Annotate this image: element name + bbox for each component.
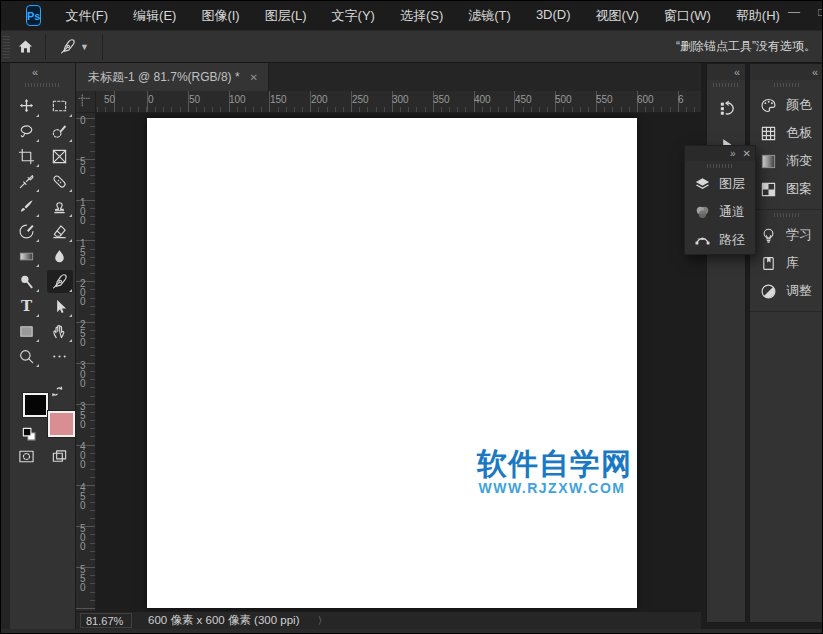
foreground-color-swatch[interactable] <box>23 393 48 417</box>
document-tab-bar: 未标题-1 @ 81.7%(RGB/8) * ✕ <box>76 63 701 91</box>
panel-tab[interactable]: 颜色 <box>750 91 823 119</box>
close-panel-icon[interactable]: ✕ <box>743 148 751 159</box>
tool-button[interactable] <box>14 95 40 118</box>
ruler-origin-corner[interactable] <box>76 91 96 113</box>
collapse-panels-button[interactable]: « <box>812 66 818 78</box>
flyout-indicator <box>36 339 39 342</box>
screen-mode-button[interactable] <box>47 445 73 468</box>
menu-item[interactable]: 3D(D) <box>536 7 571 25</box>
panel-grip[interactable] <box>774 83 800 87</box>
background-color-swatch[interactable] <box>48 411 75 437</box>
swatches-icon <box>760 125 777 142</box>
tool-button[interactable] <box>47 95 73 118</box>
canvas-area[interactable]: 050100150200250300350400450500550 软件自学网 … <box>76 113 701 611</box>
tool-button[interactable] <box>14 195 40 218</box>
ruler-label: 500 <box>80 524 89 551</box>
tool-button[interactable] <box>14 145 40 168</box>
panel-tab[interactable]: 色板 <box>750 119 823 147</box>
panel-grip[interactable] <box>713 83 739 87</box>
horizontal-ruler[interactable]: 500501001502002503003504004505005506006 <box>96 91 701 113</box>
panel-tab[interactable]: 库 <box>750 249 823 277</box>
vertical-ruler[interactable]: 050100150200250300350400450500550 <box>76 113 96 611</box>
status-chevron-icon[interactable]: 〉 <box>318 614 328 628</box>
panel-tab[interactable]: 图层 <box>685 170 755 198</box>
menu-item[interactable]: 文件(F) <box>65 7 108 25</box>
ruler-label: 0 <box>80 116 89 125</box>
options-bar-grip[interactable] <box>3 36 10 58</box>
tool-button[interactable] <box>47 270 73 293</box>
left-dock-edge <box>1 63 10 629</box>
window-controls: — □ ✕ <box>780 1 823 30</box>
tool-button[interactable] <box>47 345 73 368</box>
tool-button[interactable] <box>47 170 73 193</box>
tool-preset-picker[interactable]: ▼ <box>51 38 97 55</box>
tool-button[interactable] <box>47 245 73 268</box>
collapse-panels-button[interactable]: « <box>734 66 740 78</box>
panel-tab[interactable]: 学习 <box>750 221 823 249</box>
collapse-toolbar-button[interactable]: « <box>32 66 38 78</box>
libraries-icon <box>760 255 777 272</box>
menu-item[interactable]: 窗口(W) <box>664 7 711 25</box>
tool-bar: « <box>10 63 76 629</box>
maximize-button[interactable]: □ <box>808 1 823 23</box>
tool-button[interactable] <box>14 345 40 368</box>
rectangle-icon <box>18 323 35 340</box>
zoom-level-field[interactable]: 81.67% <box>80 613 132 628</box>
panel-label: 库 <box>786 254 799 272</box>
panel-tab[interactable]: 调整 <box>750 277 823 305</box>
tool-button[interactable]: T <box>14 295 40 318</box>
tool-button[interactable] <box>14 220 40 243</box>
minimize-button[interactable]: — <box>780 1 808 23</box>
tool-button[interactable] <box>47 120 73 143</box>
tool-button[interactable] <box>14 320 40 343</box>
tool-button[interactable] <box>14 245 40 268</box>
panel-tab[interactable]: 渐变 <box>750 147 823 175</box>
menu-item[interactable]: 帮助(H) <box>736 7 780 25</box>
pen-icon <box>51 273 68 290</box>
ruler-label: 100 <box>229 94 246 105</box>
menu-item[interactable]: 视图(V) <box>596 7 639 25</box>
menu-item[interactable]: 滤镜(T) <box>468 7 511 25</box>
tool-button[interactable] <box>14 270 40 293</box>
document-canvas[interactable]: 软件自学网 WWW.RJZXW.COM <box>147 118 637 608</box>
panel-tab[interactable]: 图案 <box>750 175 823 203</box>
document-tab[interactable]: 未标题-1 @ 81.7%(RGB/8) * ✕ <box>76 63 269 91</box>
toolbar-grip[interactable] <box>25 83 61 87</box>
blur-icon <box>51 248 68 265</box>
flyout-indicator <box>69 189 72 192</box>
flyout-indicator <box>69 214 72 217</box>
tab-close-icon[interactable]: ✕ <box>250 72 258 83</box>
menu-item[interactable]: 图层(L) <box>265 7 307 25</box>
menu-item[interactable]: 选择(S) <box>400 7 443 25</box>
tool-button[interactable] <box>47 320 73 343</box>
panel-grip[interactable] <box>774 213 800 217</box>
tool-button[interactable] <box>47 145 73 168</box>
panel-label: 图案 <box>786 180 812 198</box>
ruler-label: 450 <box>80 483 89 510</box>
flyout-indicator <box>69 239 72 242</box>
menu-item[interactable]: 文字(Y) <box>332 7 375 25</box>
ruler-label: 150 <box>80 239 89 266</box>
swap-colors-icon[interactable] <box>52 383 69 400</box>
tool-button[interactable] <box>47 195 73 218</box>
quick-mask-button[interactable] <box>14 445 40 468</box>
default-colors-icon[interactable] <box>21 426 38 443</box>
panel-tab[interactable]: 路径 <box>685 226 755 254</box>
menu-item[interactable]: 编辑(E) <box>133 7 176 25</box>
tool-button[interactable] <box>47 295 73 318</box>
tool-button[interactable] <box>14 120 40 143</box>
ruler-label: 400 <box>80 442 89 469</box>
home-button[interactable] <box>10 35 40 59</box>
frame-icon <box>51 148 68 165</box>
expand-panel-button[interactable]: » <box>730 148 736 159</box>
panel-grip[interactable] <box>707 164 733 168</box>
menu-item[interactable]: 图像(I) <box>201 7 239 25</box>
brush-icon <box>18 198 35 215</box>
panel-button[interactable] <box>710 93 742 123</box>
ruler-label: 600 <box>637 94 654 105</box>
ruler-label: 150 <box>270 94 287 105</box>
tool-button[interactable] <box>14 170 40 193</box>
ruler-label: 50 <box>189 94 200 105</box>
panel-tab[interactable]: 通道 <box>685 198 755 226</box>
tool-button[interactable] <box>47 220 73 243</box>
